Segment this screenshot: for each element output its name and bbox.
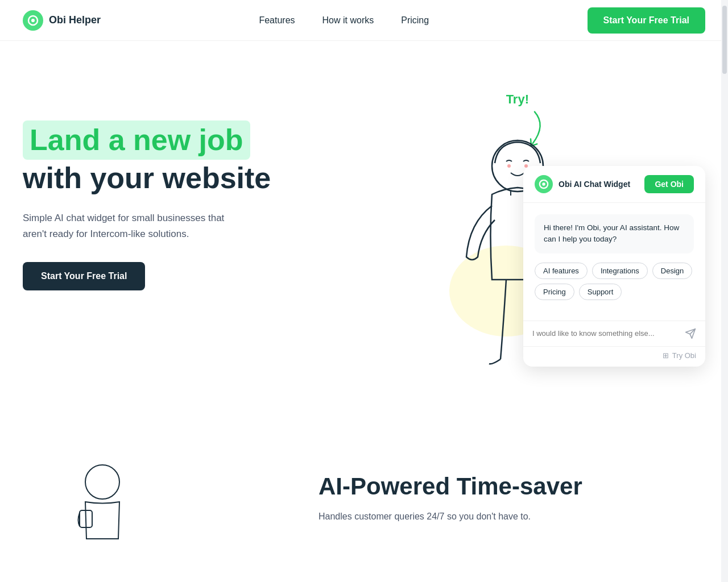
- chat-try-obi: ⊞ Try Obi: [523, 346, 705, 367]
- chat-widget-logo-icon: [535, 175, 553, 193]
- quick-reply-pricing[interactable]: Pricing: [535, 284, 574, 300]
- quick-reply-design[interactable]: Design: [652, 263, 692, 279]
- chat-widget: Obi AI Chat Widget Get Obi Hi there! I'm…: [523, 166, 705, 367]
- nav-link-pricing[interactable]: Pricing: [401, 15, 429, 26]
- chat-widget-get-btn[interactable]: Get Obi: [644, 175, 694, 193]
- ai-powered-section: AI-Powered Time-saver Handles customer q…: [0, 439, 728, 552]
- brand-logo[interactable]: Obi Helper: [23, 10, 101, 31]
- ai-section-subtext: Handles customer queries 24/7 so you don…: [318, 512, 705, 522]
- svg-point-9: [85, 465, 119, 499]
- nav-link-features[interactable]: Features: [259, 15, 295, 26]
- svg-point-3: [507, 164, 511, 168]
- scrollbar[interactable]: [721, 0, 728, 552]
- navbar: Obi Helper Features How it works Pricing…: [0, 0, 728, 41]
- nav-cta-button[interactable]: Start Your Free Trial: [588, 7, 705, 34]
- hero-subtext: Simple AI chat widget for small business…: [23, 210, 250, 241]
- quick-reply-ai-features[interactable]: AI features: [535, 263, 588, 279]
- svg-point-8: [542, 182, 545, 185]
- nav-links: Features How it works Pricing: [259, 15, 429, 26]
- quick-reply-integrations[interactable]: Integrations: [592, 263, 648, 279]
- try-annotation: Try!: [506, 92, 529, 107]
- hero-section: Land a new job with your website Simple …: [0, 41, 728, 439]
- chat-send-button[interactable]: [685, 328, 696, 339]
- chat-input-area: [523, 321, 705, 346]
- hero-headline-normal: with your website: [23, 162, 341, 194]
- nav-link-how-it-works[interactable]: How it works: [322, 15, 374, 26]
- ai-section-heading: AI-Powered Time-saver: [318, 473, 705, 500]
- chat-widget-body: Hi there! I'm Obi, your AI assistant. Ho…: [523, 203, 705, 321]
- chat-widget-logo-area: Obi AI Chat Widget: [535, 175, 630, 193]
- logo-icon: [23, 10, 43, 31]
- chat-try-obi-label: Try Obi: [672, 351, 696, 360]
- quick-reply-support[interactable]: Support: [579, 284, 622, 300]
- hero-headline-highlight: Land a new job: [23, 120, 250, 160]
- hero-cta-button[interactable]: Start Your Free Trial: [23, 262, 145, 290]
- hero-text-block: Land a new job with your website Simple …: [23, 75, 341, 290]
- svg-point-1: [31, 19, 35, 22]
- scrollbar-thumb: [722, 6, 727, 74]
- chat-bubble: Hi there! I'm Obi, your AI assistant. Ho…: [535, 214, 694, 253]
- brand-name: Obi Helper: [49, 14, 101, 26]
- chat-widget-title: Obi AI Chat Widget: [559, 180, 630, 189]
- bottom-person-illustration: [46, 459, 159, 552]
- chat-input[interactable]: [532, 329, 680, 338]
- chat-quick-replies: AI features Integrations Design Pricing …: [535, 263, 694, 300]
- chat-widget-header: Obi AI Chat Widget Get Obi: [523, 166, 705, 203]
- chat-try-obi-icon: ⊞: [663, 351, 669, 360]
